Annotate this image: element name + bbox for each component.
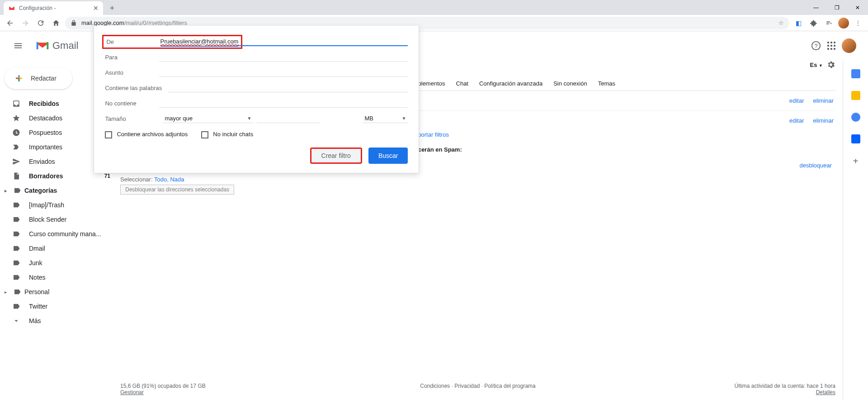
language-dropdown[interactable]: Es ▼ [810, 62, 823, 68]
google-apps-icon[interactable] [827, 42, 835, 50]
label-icon [12, 259, 21, 267]
keep-icon[interactable] [851, 91, 860, 100]
svg-rect-0 [37, 42, 38, 49]
sidebar-item-personal[interactable]: ▸Personal [0, 285, 116, 299]
footer-terms[interactable]: Condiciones · Privacidad · Política del … [420, 383, 535, 389]
back-button[interactable] [4, 17, 16, 29]
sidebar-item-label: Twitter [29, 303, 47, 310]
minimize-button[interactable]: — [806, 0, 826, 15]
tasks-icon[interactable] [851, 113, 860, 122]
size-op-select[interactable]: mayor que▼ [163, 114, 253, 123]
bookmark-star-icon[interactable]: ☆ [778, 19, 784, 26]
home-button[interactable] [50, 17, 62, 29]
extension-icon[interactable]: ◧ [792, 17, 805, 29]
label-icon [12, 201, 21, 209]
chevron-right-icon: ▸ [5, 188, 10, 193]
haswords-input[interactable] [168, 83, 408, 92]
sidebar-item-count: 71 [104, 173, 110, 179]
maximize-button[interactable]: ❐ [826, 0, 847, 15]
gmail-header: Gmail De Pruebasilenciar@hotmail.com Par… [0, 31, 868, 60]
from-input[interactable]: Pruebasilenciar@hotmail.com [160, 37, 239, 47]
sidebar-item-label: Personal [24, 288, 49, 295]
label-icon [12, 273, 21, 281]
close-window-button[interactable]: ✕ [847, 0, 868, 15]
lock-icon [71, 20, 77, 26]
unblock-link[interactable]: desbloquear [799, 162, 832, 169]
browser-menu-icon[interactable]: ⋮ [852, 17, 864, 29]
no-chats-checkbox[interactable]: No incluir chats [201, 131, 253, 138]
new-tab-button[interactable]: + [106, 2, 118, 14]
sidebar-item-dmail[interactable]: Dmail [0, 241, 116, 256]
main-menu-icon[interactable] [7, 35, 29, 57]
sidebar-item-notes[interactable]: Notes [0, 270, 116, 285]
gmail-logo[interactable]: Gmail [35, 40, 78, 52]
more-icon [12, 317, 21, 325]
filter-subject-row: Asunto [105, 65, 408, 80]
sidebar-item-curso-community-mana-[interactable]: Curso community mana... [0, 227, 116, 241]
nothas-input[interactable] [159, 99, 408, 108]
sidebar-item-twitter[interactable]: Twitter [0, 299, 116, 314]
search-filter-button[interactable]: Buscar [368, 148, 408, 164]
chevron-down-icon: ▼ [402, 116, 406, 121]
label-icon [12, 230, 21, 238]
tab-chat[interactable]: Chat [456, 80, 468, 87]
gmail-favicon-icon [8, 5, 15, 12]
manage-link[interactable]: Gestionar [120, 389, 206, 395]
sidebar-item--imap-trash[interactable]: [Imap]/Trash [0, 198, 116, 212]
filter-size-row: Tamaño mayor que▼ MB▼ [105, 111, 408, 126]
details-link[interactable]: Detalles [735, 389, 835, 395]
compose-button[interactable]: Redactar [5, 67, 72, 89]
subject-label: Asunto [105, 69, 159, 76]
nothas-label: No contiene [105, 100, 159, 107]
size-value-input[interactable] [257, 114, 320, 123]
label-icon [13, 186, 22, 195]
forward-button[interactable] [19, 17, 32, 29]
has-attachment-checkbox[interactable]: Contiene archivos adjuntos [105, 131, 188, 138]
svg-text:?: ? [814, 43, 817, 49]
tab-advanced[interactable]: Configuración avanzada [479, 80, 542, 87]
unblock-selected-button[interactable]: Desbloquear las direcciones seleccionada… [120, 185, 234, 195]
browser-tab[interactable]: Configuración - ✕ [4, 1, 103, 15]
size-unit-select[interactable]: MB▼ [363, 114, 408, 123]
gmail-text: Gmail [52, 40, 78, 52]
calendar-icon[interactable] [851, 69, 860, 78]
subject-input[interactable] [159, 68, 408, 77]
extensions-puzzle-icon[interactable] [807, 17, 820, 29]
sidebar-item-block-sender[interactable]: Block Sender [0, 212, 116, 227]
edit-filter-link[interactable]: editar [789, 97, 804, 104]
close-tab-icon[interactable]: ✕ [93, 5, 99, 12]
sidebar-item-label: Categorías [24, 187, 57, 194]
right-rail: + [843, 60, 868, 400]
sidebar-item-categor-as[interactable]: ▸Categorías [0, 183, 116, 198]
tab-offline[interactable]: Sin conexión [553, 80, 587, 87]
playlist-icon[interactable] [823, 17, 835, 29]
tab-themes[interactable]: Temas [598, 80, 615, 87]
dropbox-icon[interactable] [851, 134, 860, 143]
gear-icon[interactable] [826, 60, 835, 69]
sidebar-item-m-s[interactable]: Más [0, 314, 116, 328]
sidebar-item-junk[interactable]: Junk [0, 256, 116, 270]
delete-filter-link[interactable]: eliminar [813, 97, 834, 104]
draft-icon [12, 172, 21, 180]
select-label: Seleccionar: [120, 176, 153, 183]
to-label: Para [105, 54, 159, 61]
to-input[interactable] [159, 52, 408, 62]
add-addon-icon[interactable]: + [853, 156, 859, 167]
sidebar-item-label: Recibidos [29, 100, 59, 107]
filter-from-row: De Pruebasilenciar@hotmail.com [105, 34, 408, 49]
help-icon[interactable]: ? [811, 41, 821, 51]
create-filter-button[interactable]: Crear filtro [310, 148, 362, 164]
filter-popup: De Pruebasilenciar@hotmail.com Para Asun… [94, 26, 419, 173]
label-icon [13, 288, 22, 296]
edit-filter-link[interactable]: editar [789, 117, 804, 124]
from-input-ext[interactable] [237, 37, 408, 46]
select-none-link[interactable]: Nada [170, 176, 184, 183]
filter-checks-row: Contiene archivos adjuntos No incluir ch… [105, 126, 408, 138]
reload-button[interactable] [34, 17, 47, 29]
select-all-link[interactable]: Todo [154, 176, 167, 183]
delete-filter-link[interactable]: eliminar [813, 117, 834, 124]
profile-avatar[interactable] [838, 18, 849, 29]
footer: 15,6 GB (91%) ocupados de 17 GB Gestiona… [120, 383, 835, 395]
account-avatar[interactable] [842, 38, 856, 53]
sidebar-item-label: Junk [29, 259, 42, 267]
